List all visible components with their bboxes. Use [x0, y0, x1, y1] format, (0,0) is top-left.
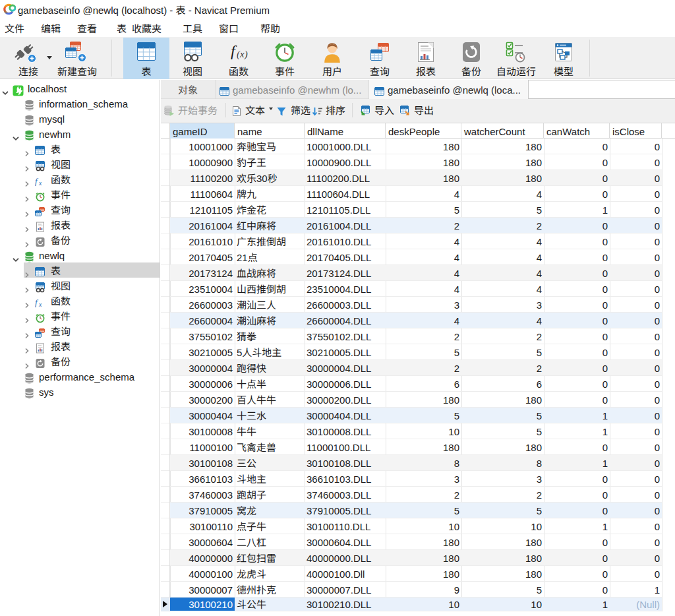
svg-text:x: x [38, 179, 42, 186]
svg-text:(x): (x) [237, 49, 248, 60]
svg-text:x: x [38, 301, 42, 307]
